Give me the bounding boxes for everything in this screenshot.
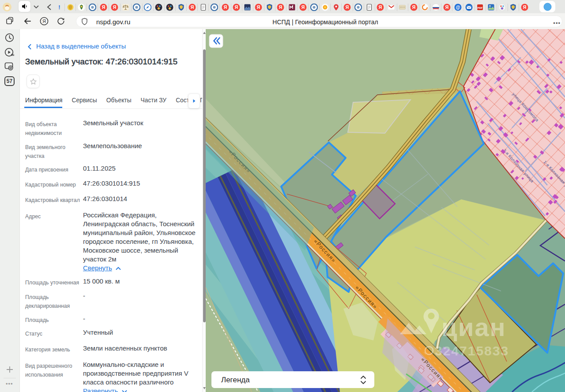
- svg-text:!: !: [58, 4, 60, 11]
- svg-text:Я: Я: [346, 4, 349, 10]
- svg-text:Я: Я: [379, 4, 382, 10]
- svg-text:Я: Я: [224, 4, 227, 10]
- svg-text:324715833: 324715833: [435, 343, 509, 358]
- svg-text:@: @: [456, 5, 460, 10]
- svg-text:Я: Я: [412, 4, 415, 10]
- svg-text:Я: Я: [113, 4, 117, 10]
- svg-text:Я: Я: [445, 4, 449, 10]
- svg-text:Легенда: Легенда: [221, 376, 250, 384]
- svg-text:циан: циан: [441, 313, 506, 341]
- svg-text:Я: Я: [190, 4, 194, 10]
- svg-text:Я: Я: [102, 4, 105, 10]
- svg-text:Я: Я: [235, 4, 238, 10]
- svg-text:Я: Я: [257, 4, 260, 10]
- svg-text:Я: Я: [523, 4, 527, 10]
- svg-text:Я: Я: [42, 19, 46, 24]
- svg-text:Я: Я: [279, 4, 282, 10]
- svg-text:Я: Я: [301, 4, 305, 10]
- svg-text:PDF: PDF: [478, 6, 483, 9]
